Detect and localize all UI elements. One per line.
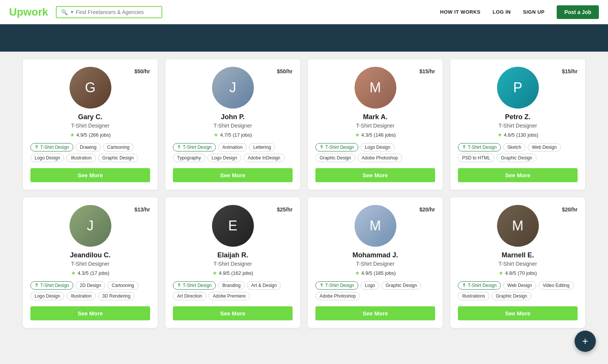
see-more-button[interactable]: See More: [458, 306, 578, 320]
freelancer-card: $50/hr G Gary C. T-Shirt Designer ★ 4.9/…: [23, 59, 158, 190]
tag[interactable]: 🎖 T-Shirt Design: [315, 281, 358, 290]
card-rate: $20/hr: [562, 206, 578, 213]
tag[interactable]: Graphic Design: [492, 292, 532, 300]
tag[interactable]: Sketch: [503, 143, 526, 151]
freelancer-title: T-Shirt Designer: [499, 123, 537, 129]
tag[interactable]: Drawing: [76, 143, 101, 151]
tag[interactable]: Graphic Design: [382, 281, 421, 290]
rating-value: 4.9/5: [219, 270, 230, 276]
tag[interactable]: Web Design: [503, 281, 536, 290]
tag-badge-icon: 🎖: [35, 145, 39, 150]
freelancer-card: $50/hr J John P. T-Shirt Designer ★ 4.7/…: [165, 59, 300, 190]
nav-how-it-works[interactable]: HOW IT WORKS: [440, 9, 480, 15]
avatar: G: [70, 67, 111, 109]
star-icon: ★: [70, 132, 75, 138]
tag[interactable]: Video Editing: [538, 281, 574, 290]
freelancer-card: $13/hr J Jeandilou C. T-Shirt Designer ★…: [23, 197, 158, 328]
tag-badge-icon: 🎖: [320, 145, 324, 150]
tags-container: 🎖 T-Shirt Design 2D Design Cartooning: [30, 281, 150, 300]
tags-container: 🎖 T-Shirt Design Logo Design Graphic Des…: [315, 143, 435, 162]
tag[interactable]: Animation: [218, 143, 247, 151]
tags-container: 🎖 T-Shirt Design Sketch Web Design: [458, 143, 578, 162]
tag[interactable]: Logo Design: [30, 154, 64, 162]
card-rate: $50/hr: [277, 68, 293, 74]
rating: ★ 4.8/5 (130 jobs): [497, 132, 538, 138]
tag[interactable]: 🎖 T-Shirt Design: [458, 143, 501, 151]
avatar: M: [355, 67, 396, 109]
search-icon: 🔍: [61, 9, 68, 15]
search-dropdown-arrow[interactable]: ▼: [70, 9, 74, 15]
see-more-button[interactable]: See More: [30, 306, 150, 320]
tag[interactable]: Logo Design: [30, 292, 64, 300]
avatar: J: [70, 205, 111, 247]
freelancer-grid-row1: $50/hr G Gary C. T-Shirt Designer ★ 4.9/…: [23, 59, 585, 190]
tag[interactable]: Adobe Photoshop: [358, 154, 402, 162]
tag[interactable]: Web Design: [528, 143, 561, 151]
tag[interactable]: Graphic Design: [497, 154, 537, 162]
tag[interactable]: 🎖 T-Shirt Design: [458, 281, 501, 290]
tag[interactable]: Adobe InDesign: [244, 154, 284, 162]
tag[interactable]: 3D Rendering: [98, 292, 135, 300]
tag[interactable]: PSD to HTML: [458, 154, 494, 162]
tag[interactable]: Logo Design: [361, 143, 394, 151]
search-bar[interactable]: 🔍 ▼: [56, 6, 162, 18]
tag[interactable]: 🎖 T-Shirt Design: [30, 143, 73, 151]
rating-value: 4.3/5: [361, 132, 372, 138]
nav-links: HOW IT WORKS LOG IN SIGN UP Post a Job: [440, 5, 599, 19]
logo[interactable]: Upwork: [9, 6, 48, 18]
tag[interactable]: Graphic Design: [98, 154, 138, 162]
hero-banner: [0, 24, 608, 52]
nav-sign-up[interactable]: SIGN UP: [523, 9, 545, 15]
tag-badge-icon: 🎖: [320, 283, 324, 288]
see-more-button[interactable]: See More: [458, 168, 578, 182]
rating-value: 4.7/5: [220, 132, 231, 138]
tag[interactable]: Adobe Photoshop: [315, 292, 360, 300]
tag[interactable]: 🎖 T-Shirt Design: [315, 143, 358, 151]
card-rate: $50/hr: [135, 68, 150, 74]
logo-up: Up: [9, 6, 23, 18]
rating-value: 4.8/5: [505, 270, 516, 276]
tag-badge-icon: 🎖: [177, 145, 181, 150]
tag[interactable]: Graphic Design: [315, 154, 355, 162]
tag-badge-icon: 🎖: [462, 283, 466, 288]
tag[interactable]: Art Direction: [173, 292, 206, 300]
card-rate: $25/hr: [277, 206, 293, 213]
see-more-button[interactable]: See More: [173, 168, 293, 182]
tag[interactable]: Illustrations: [458, 292, 489, 300]
tag[interactable]: Illustration: [66, 154, 96, 162]
tag[interactable]: Typography: [173, 154, 205, 162]
tag[interactable]: Logo Design: [207, 154, 241, 162]
tags-container: 🎖 T-Shirt Design Drawing Cartooning: [30, 143, 150, 162]
see-more-button[interactable]: See More: [315, 306, 435, 320]
avatar: P: [497, 67, 539, 109]
tag[interactable]: Art & Design: [247, 281, 281, 290]
freelancer-title: T-Shirt Designer: [214, 261, 252, 267]
tag[interactable]: Illustration: [66, 292, 96, 300]
jobs-count: (17 jobs): [90, 270, 109, 276]
see-more-button[interactable]: See More: [173, 306, 293, 320]
freelancer-card: $20/hr M Marnell E. T-Shirt Designer ★ 4…: [450, 197, 585, 328]
tag[interactable]: Adobe Premiere: [209, 292, 250, 300]
tag[interactable]: 🎖 T-Shirt Design: [173, 281, 216, 290]
freelancer-name: Petro Z.: [505, 113, 530, 121]
freelancer-card: $25/hr E Elaijah R. T-Shirt Designer ★ 4…: [165, 197, 300, 328]
post-job-button[interactable]: Post a Job: [557, 5, 599, 19]
freelancer-title: T-Shirt Designer: [356, 123, 394, 129]
main-content: $50/hr G Gary C. T-Shirt Designer ★ 4.9/…: [0, 52, 608, 343]
see-more-button[interactable]: See More: [30, 168, 150, 182]
nav-log-in[interactable]: LOG IN: [492, 9, 511, 15]
tag[interactable]: Logo: [361, 281, 379, 290]
tag[interactable]: 🎖 T-Shirt Design: [30, 281, 73, 290]
jobs-count: (130 jobs): [516, 132, 538, 138]
see-more-button[interactable]: See More: [315, 168, 435, 182]
jobs-count: (185 jobs): [374, 270, 396, 276]
tag[interactable]: Cartooning: [108, 281, 138, 290]
tag[interactable]: Cartooning: [103, 143, 134, 151]
tag[interactable]: 🎖 T-Shirt Design: [173, 143, 216, 151]
rating-value: 4.8/5: [504, 132, 515, 138]
tag[interactable]: 2D Design: [76, 281, 105, 290]
tag[interactable]: Lettering: [249, 143, 275, 151]
search-input[interactable]: [76, 9, 157, 15]
freelancer-name: Gary C.: [78, 113, 102, 121]
tag[interactable]: Branding: [218, 281, 245, 290]
